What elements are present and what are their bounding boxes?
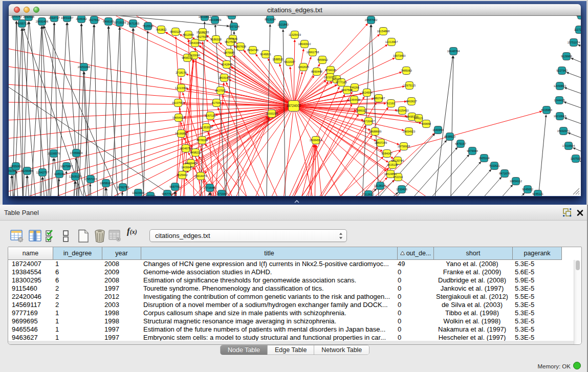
table-row[interactable]: 1830029562008Estimation of significance …	[8, 276, 573, 285]
delete-icon[interactable]	[94, 229, 106, 243]
edge-arrowhead	[65, 171, 67, 174]
graph-edge	[9, 106, 294, 141]
node-label: 15226055	[197, 31, 209, 34]
edge-arrowhead	[564, 118, 567, 120]
edge-arrowhead	[566, 72, 569, 74]
table-row[interactable]: 1456911722003Disruption of a novel membe…	[8, 301, 573, 309]
vertical-scrollbar[interactable]	[574, 260, 581, 344]
node-label: 252214	[394, 176, 403, 179]
node-label: 11325419	[289, 33, 301, 36]
column-header-short[interactable]: short	[434, 247, 513, 260]
node-label: 15136141	[374, 184, 386, 187]
node-label: 10973493	[393, 54, 405, 57]
node-label: 7632621	[489, 164, 499, 167]
network-window-titlebar[interactable]: citations_edges.txt	[9, 4, 581, 16]
tab-edge-table[interactable]: Edge Table	[268, 345, 314, 355]
sort-ascending-icon	[400, 251, 405, 255]
edge-arrowhead	[309, 56, 311, 59]
node-label: 16543362	[189, 41, 201, 45]
network-window-title: citations_edges.txt	[9, 6, 581, 14]
table-cell: Tibbo et al. (1998)	[432, 309, 512, 317]
edge-arrowhead	[337, 86, 339, 90]
table-cell: 9699695	[12, 317, 53, 325]
table-cell: 5.9E-5	[515, 276, 562, 285]
node-label: 3267130	[205, 114, 215, 117]
node-label: 15751074	[568, 41, 580, 44]
splitter-collapse-icon[interactable]	[294, 200, 300, 204]
column-header-year[interactable]: year	[102, 247, 141, 260]
table-cell: 1	[55, 260, 103, 268]
row-height-icon[interactable]	[62, 229, 69, 243]
table-row[interactable]: 969969511998Structural magnetic resonanc…	[8, 317, 573, 325]
table-source-dropdown[interactable]: citations_edges.txt	[149, 229, 347, 242]
graph-edge	[451, 195, 523, 196]
pane-bottom-strip	[8, 341, 574, 344]
scrollbar-thumb[interactable]	[576, 260, 580, 270]
edge-arrowhead	[302, 48, 304, 51]
network-view-region: citations_edges.txt 21691431405571320905…	[0, 0, 588, 205]
table-cell: 0	[398, 293, 433, 301]
table-row[interactable]: 911546021997Tourette syndrome. Phenomeno…	[8, 285, 573, 293]
close-panel-icon[interactable]	[576, 208, 584, 217]
select-rows-icon[interactable]	[45, 229, 57, 243]
node-label: 1113642	[576, 16, 581, 17]
node-label: 2169143	[11, 16, 21, 18]
node-label: 20206576	[48, 152, 60, 155]
table-row[interactable]: 2242004622012Investigating the contribut…	[8, 293, 573, 301]
column-header-out-de-[interactable]: out_de...	[398, 247, 434, 260]
float-panel-icon[interactable]	[563, 208, 572, 217]
table-cell: 0	[398, 317, 433, 325]
node-label: 16046758	[180, 147, 192, 150]
node-label: 7357224	[228, 25, 239, 28]
node-label: 14055713	[16, 22, 28, 25]
table-toolbar: f(x) citations_edges.txt	[0, 221, 588, 246]
table-cell: 19384554	[12, 268, 53, 276]
node-label: 6498222	[190, 151, 201, 154]
node-label: 9245652	[522, 188, 533, 191]
node-label: 1117234	[574, 28, 581, 31]
node-label: 9896012	[182, 56, 192, 59]
table-row[interactable]: 1938455462009Genome-wide association stu…	[8, 268, 573, 276]
citation-network-graph[interactable]: 2169143140557132090518206914062093717106…	[9, 16, 581, 196]
table-row[interactable]: 977716911998Corpus callosum shape and si…	[8, 309, 573, 317]
column-header-pagerank[interactable]: pagerank	[513, 247, 562, 260]
tab-node-table[interactable]: Node Table	[221, 345, 268, 355]
node-label: 16210643	[554, 115, 566, 118]
network-canvas[interactable]: 2169143140557132090518206914062093717106…	[9, 16, 581, 196]
resize-grip-icon[interactable]	[573, 188, 580, 195]
dropdown-value: citations_edges.txt	[155, 232, 210, 239]
function-builder-icon[interactable]: f(x)	[127, 226, 137, 236]
table-row[interactable]: 946554611997Estimation of the future num…	[8, 325, 573, 334]
table-cell: 1997	[104, 285, 141, 293]
table-cell: 0	[398, 301, 433, 309]
node-label: 12942757	[36, 171, 49, 174]
edge-arrowhead	[578, 45, 581, 47]
node-label: 7663822	[156, 28, 166, 31]
graph-edge	[82, 27, 94, 196]
graph-edge	[536, 117, 546, 196]
table-cell: Yano et al. (2008)	[432, 260, 512, 268]
table-cell: 2	[55, 285, 103, 293]
graph-edge	[47, 25, 54, 196]
node-label: 16782759	[117, 186, 129, 189]
table-cell: Franke et al. (2009)	[432, 268, 512, 276]
table-settings-icon[interactable]	[10, 229, 24, 243]
graph-edge	[25, 178, 27, 196]
table-cell: 1	[55, 325, 103, 334]
memory-status-indicator	[573, 362, 581, 369]
table-cell: 2	[55, 301, 103, 309]
graph-edge	[233, 68, 294, 106]
node-label: 1571644	[216, 192, 227, 195]
delete-table-disabled-icon[interactable]	[108, 229, 121, 242]
edge-arrowhead	[350, 104, 352, 107]
tab-network-table[interactable]: Network Table	[314, 345, 369, 355]
select-column-icon[interactable]	[29, 229, 42, 243]
edge-arrowhead	[180, 77, 182, 80]
new-document-icon[interactable]	[77, 229, 90, 243]
table-row[interactable]: 1872400712008Changes of HCN gene express…	[8, 260, 573, 268]
node-label: 21364436	[348, 98, 360, 101]
column-header-title[interactable]: title	[141, 247, 398, 260]
table-cell: 6	[55, 276, 103, 285]
column-header-name[interactable]: name	[8, 247, 53, 260]
column-header-in-degree[interactable]: in_degree	[53, 247, 102, 260]
